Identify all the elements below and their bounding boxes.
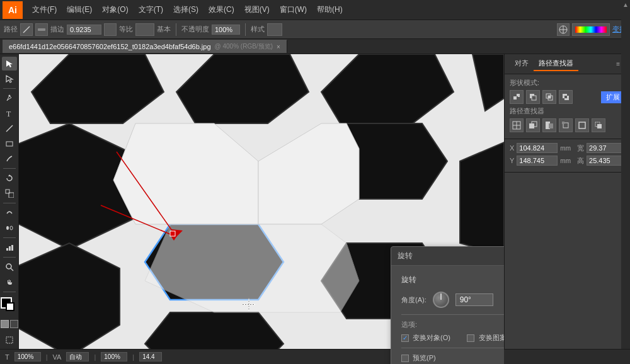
menu-edit[interactable]: 编辑(E) <box>62 3 96 17</box>
status-t-input[interactable] <box>14 352 41 361</box>
screen-mode-btn[interactable] <box>10 320 18 328</box>
blend-tool[interactable] <box>2 221 17 235</box>
tab-align[interactable]: 对齐 <box>510 57 534 71</box>
tab-close-btn[interactable]: × <box>277 43 280 50</box>
status-bar: T | VA | | <box>0 349 630 364</box>
opacity-label: 不透明度 <box>181 25 209 34</box>
angle-dial[interactable] <box>433 292 449 308</box>
path-label: 路径 <box>4 25 18 34</box>
rotate-dialog-body: 旋转 角度(A): 选项: 变换对象(O) 变换图案(I) <box>391 266 504 364</box>
transform-panel: X mm 宽 mm Y mm 高 mm <box>505 139 630 173</box>
style-label: 样式 <box>251 25 265 34</box>
right-bottom-content: ▲ ▼ <box>508 175 626 361</box>
outline-btn[interactable] <box>575 118 589 132</box>
transform-pattern-checkbox[interactable] <box>467 334 474 342</box>
selection-tool[interactable] <box>2 57 17 71</box>
right-panels: 对齐 路径查找器 ≡ × 形状模式: <box>504 54 630 364</box>
rotate-section-label: 旋转 <box>401 275 504 285</box>
direct-selection-tool[interactable] <box>2 72 17 86</box>
base-label: 基本 <box>157 25 171 34</box>
rotate-tool[interactable] <box>2 171 17 185</box>
stroke-value-input[interactable] <box>67 25 101 35</box>
menu-bar: Ai 文件(F) 编辑(E) 对象(O) 文字(T) 选择(S) 效果(C) 视… <box>0 0 630 20</box>
status-t-label: T <box>5 353 9 361</box>
crop-btn[interactable] <box>559 118 573 132</box>
tab-pathfinder[interactable]: 路径查找器 <box>534 57 578 71</box>
minus-back-btn[interactable] <box>592 118 605 132</box>
x-input[interactable] <box>517 143 558 153</box>
menu-window[interactable]: 窗口(W) <box>275 3 311 17</box>
shape-tool[interactable] <box>2 137 17 151</box>
stroke-line-icon <box>104 23 117 36</box>
divide-btn[interactable] <box>510 118 524 132</box>
svg-point-18 <box>6 264 11 269</box>
svg-rect-47 <box>517 96 518 97</box>
svg-rect-20 <box>6 337 13 343</box>
rotate-dialog: 旋转 旋转 角度(A): 选项: 变换对象(O) 变换图 <box>391 246 504 364</box>
svg-line-0 <box>23 26 30 33</box>
trim-btn[interactable] <box>526 118 540 132</box>
color-palette-icon <box>572 23 610 36</box>
ai-logo: Ai <box>3 1 23 19</box>
exclude-btn[interactable] <box>559 90 573 104</box>
stroke-label: 描边 <box>50 25 64 34</box>
status-pct-input[interactable] <box>101 352 127 361</box>
status-sep-1: | <box>46 353 48 361</box>
status-extra-input[interactable] <box>139 352 162 361</box>
tool-sep-4 <box>3 237 16 238</box>
svg-line-19 <box>11 268 13 271</box>
panel-menu-icon[interactable]: ≡ <box>616 60 620 67</box>
panel-tabs: 对齐 路径查找器 <box>510 57 578 71</box>
menu-select[interactable]: 选择(S) <box>169 3 203 17</box>
normal-mode-btn[interactable] <box>1 320 9 328</box>
svg-point-13 <box>6 226 9 230</box>
intersect-btn[interactable] <box>542 90 556 104</box>
menu-help[interactable]: 帮助(H) <box>312 3 347 17</box>
menu-file[interactable]: 文件(F) <box>28 3 61 17</box>
x-label: X <box>510 144 514 152</box>
opacity-input[interactable] <box>212 25 240 35</box>
minus-front-btn[interactable] <box>526 90 540 104</box>
menu-object[interactable]: 对象(O) <box>98 3 132 17</box>
svg-rect-1 <box>38 28 45 31</box>
canvas-area[interactable]: 旋转 旋转 角度(A): 选项: 变换对象(O) 变换图 <box>19 54 504 364</box>
pencil-tool[interactable] <box>2 152 17 166</box>
scale-tool[interactable] <box>2 186 17 200</box>
width-label: 宽 <box>577 144 584 153</box>
warp-tool[interactable] <box>2 206 17 220</box>
x-row: X mm 宽 mm <box>510 143 625 153</box>
svg-rect-66 <box>579 122 585 128</box>
status-sep-2: | <box>94 353 96 361</box>
hand-tool[interactable] <box>2 275 17 289</box>
column-graph-tool[interactable] <box>2 241 17 254</box>
svg-rect-65 <box>562 122 564 124</box>
type-tool[interactable]: T <box>2 106 17 120</box>
angle-input[interactable] <box>455 293 493 306</box>
transform-pattern-option: 变换图案(I) <box>467 333 504 343</box>
transform-objects-checkbox[interactable] <box>401 334 409 342</box>
stroke-swatch[interactable] <box>6 302 14 311</box>
right-bottom-panel: ▲ ▼ <box>505 173 630 364</box>
main-tab[interactable]: e66fd1441d12e0566470857602ef6152_t0182a3… <box>3 40 287 53</box>
menu-effect[interactable]: 效果(C) <box>204 3 239 17</box>
y-row: Y mm 高 mm <box>510 156 625 166</box>
globe-icon[interactable] <box>557 23 570 36</box>
unite-btn[interactable] <box>510 90 524 104</box>
view-mode-row <box>1 320 18 328</box>
pen-tool[interactable] <box>2 91 17 105</box>
preview-checkbox[interactable] <box>401 355 409 362</box>
toolbox: T <box>0 54 19 364</box>
stroke-icon <box>20 23 33 36</box>
y-input[interactable] <box>517 156 558 166</box>
merge-btn[interactable] <box>542 118 556 132</box>
zoom-tool[interactable] <box>2 260 17 274</box>
tool-sep-1 <box>3 88 16 89</box>
shape-mode-row: 形状模式: <box>510 78 625 88</box>
tab-filename: e66fd1441d12e0566470857602ef6152_t0182a3… <box>9 43 211 50</box>
artboard-tool[interactable] <box>2 333 17 347</box>
line-tool[interactable] <box>2 122 17 135</box>
menu-text[interactable]: 文字(T) <box>134 3 168 17</box>
svg-point-6 <box>8 95 10 97</box>
status-va-input[interactable] <box>66 352 89 361</box>
menu-view[interactable]: 视图(V) <box>240 3 274 17</box>
